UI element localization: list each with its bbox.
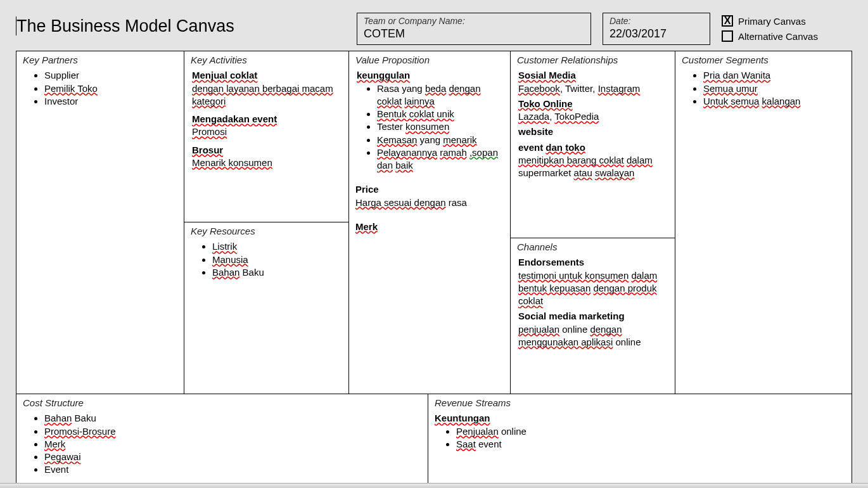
key-partners-cell: Key Partners Supplier Pemilik Toko Inves… xyxy=(16,51,184,117)
ch-h2: Social media marketing xyxy=(518,310,668,323)
value-proposition-cell: Value Proposition keunggulan Rasa yang b… xyxy=(349,51,510,243)
list-item: Rasa yang beda dengan coklat lainnya xyxy=(377,82,504,108)
cr-h1: Sosial Media xyxy=(518,70,576,80)
cost-structure-heading: Cost Structure xyxy=(23,397,421,409)
revenue-streams-cell: Revenue Streams Keuntungan Penjualan onl… xyxy=(428,394,852,485)
team-name-value: COTEM xyxy=(364,26,584,41)
page-title: The Business Model Canvas xyxy=(16,13,345,36)
key-partners-heading: Key Partners xyxy=(23,54,177,67)
team-name-label: Team or Company Name: xyxy=(364,16,584,26)
vp-h1: keunggulan xyxy=(357,70,410,80)
list-item: Promosi-Brosure xyxy=(44,425,421,438)
alternative-canvas-checkbox[interactable] xyxy=(722,30,733,42)
list-item: Pemilik Toko xyxy=(44,82,177,95)
date-label: Date: xyxy=(610,16,703,26)
list-item: Bahan Baku xyxy=(44,412,421,425)
cost-structure-cell: Cost Structure Bahan Baku Promosi-Brosur… xyxy=(16,394,428,485)
list-item: Kemasan yang menarik xyxy=(377,134,504,146)
header-row: The Business Model Canvas Team or Compan… xyxy=(16,13,852,46)
list-item: Merk xyxy=(44,438,421,451)
list-item: Pria dan Wanita xyxy=(703,69,845,82)
list-item: Bentuk coklat unik xyxy=(377,108,504,120)
list-item: Supplier xyxy=(44,69,177,82)
list-item: Investor xyxy=(44,95,177,108)
list-item: Saat event xyxy=(456,438,845,451)
list-item: Listrik xyxy=(212,240,342,253)
vp-h2: Price xyxy=(355,183,504,196)
list-item: Tester konsumen xyxy=(377,120,504,133)
key-resources-cell: Key Resources Listrik Manusia Bahan Baku xyxy=(184,222,348,394)
cr-h3: website xyxy=(518,125,668,138)
list-item: Semua umur xyxy=(703,82,845,95)
cr-h2: Toko Online xyxy=(518,98,573,109)
primary-canvas-checkbox[interactable]: X xyxy=(722,15,733,27)
ch-h1: Endorsements xyxy=(518,256,668,269)
team-name-box: Team or Company Name: COTEM xyxy=(357,13,591,45)
primary-canvas-label: Primary Canvas xyxy=(738,16,806,27)
customer-relationships-heading: Customer Relationships xyxy=(517,54,668,67)
ka-d1: dengan layanan berbagai macam kategori xyxy=(192,83,333,106)
status-bar xyxy=(0,483,868,488)
ka-h2: Mengadakan event xyxy=(192,113,277,124)
list-item: Bahan Baku xyxy=(212,266,342,279)
list-item: Untuk semua kalangan xyxy=(703,95,845,108)
title-text: The Business Model Canvas xyxy=(16,16,234,35)
customer-relationships-cell: Customer Relationships Sosial Media Face… xyxy=(511,51,675,238)
rs-h1: Keuntungan xyxy=(435,413,490,423)
date-value: 22/03/2017 xyxy=(610,26,703,41)
list-item: Penjualan online xyxy=(456,425,845,438)
revenue-streams-heading: Revenue Streams xyxy=(435,397,845,409)
channels-cell: Channels Endorsements testimoni untuk ko… xyxy=(511,238,675,394)
key-resources-heading: Key Resources xyxy=(191,225,342,238)
ka-h3: Brosur xyxy=(192,144,223,155)
channels-heading: Channels xyxy=(517,241,668,254)
key-activities-heading: Key Activities xyxy=(191,54,342,67)
list-item: Event xyxy=(44,463,421,476)
canvas-type-selector: X Primary Canvas Alternative Canvas xyxy=(722,13,818,46)
list-item: Pelayanannya ramah ,sopan dan baik xyxy=(377,146,504,172)
list-item: Manusia xyxy=(212,254,342,266)
business-model-canvas: Key Partners Supplier Pemilik Toko Inves… xyxy=(16,51,852,486)
ka-d3: Menarik konsumen xyxy=(192,157,272,168)
list-item: Pegawai xyxy=(44,451,421,463)
vp-h3: Merk xyxy=(355,221,378,232)
ka-d2: Promosi xyxy=(192,126,227,137)
key-activities-cell: Key Activities Menjual coklat dengan lay… xyxy=(184,51,348,222)
customer-segments-cell: Customer Segments Pria dan Wanita Semua … xyxy=(675,51,852,117)
alternative-canvas-label: Alternative Canvas xyxy=(738,31,818,42)
ka-h1: Menjual coklat xyxy=(192,70,257,80)
customer-segments-heading: Customer Segments xyxy=(682,54,845,67)
date-box: Date: 22/03/2017 xyxy=(603,13,710,45)
value-proposition-heading: Value Proposition xyxy=(355,54,504,67)
